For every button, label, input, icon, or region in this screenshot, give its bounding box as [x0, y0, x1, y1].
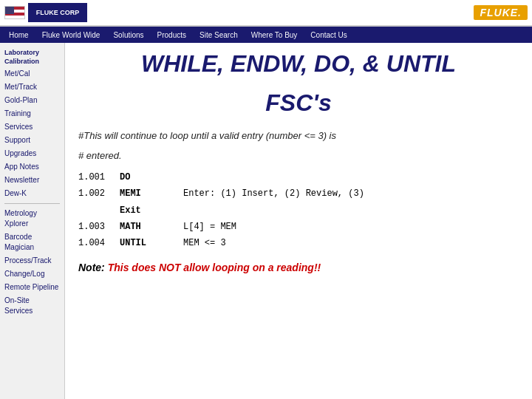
description-line2: # entered.	[78, 150, 519, 161]
sidebar-item-support[interactable]: Support	[0, 134, 64, 147]
sidebar-divider	[4, 203, 60, 204]
sidebar-item-metxplorer[interactable]: Metrology Xplorer	[0, 207, 64, 231]
code-num-2: 1.002	[78, 186, 108, 201]
code-row-4: 1.004 UNTIL MEM <= 3	[78, 236, 519, 250]
sidebar-item-barcode[interactable]: Barcode Magician	[0, 231, 64, 254]
sidebar-item-goldplan[interactable]: Gold-Plan	[0, 94, 64, 107]
nav-item-products[interactable]: Products	[151, 30, 192, 41]
page-title-line2: FSC's	[78, 89, 519, 117]
code-row-1: 1.001 DO	[78, 170, 519, 185]
nav-item-solutions[interactable]: Solutions	[107, 30, 149, 41]
main-layout: Laboratory Calibration Met/Cal Met/Track…	[0, 43, 532, 399]
sidebar-item-services[interactable]: Services	[0, 120, 64, 134]
note: Note: This does NOT allow looping on a r…	[78, 262, 519, 273]
code-cmd-2b: Exit	[120, 203, 171, 218]
code-detail-2: Enter: (1) Insert, (2) Review, (3)	[183, 186, 519, 201]
code-cmd-2: MEMI	[120, 186, 171, 201]
sidebar-item-mettrack[interactable]: Met/Track	[0, 81, 64, 94]
code-block: 1.001 DO 1.002 MEMI Enter: (1) Insert, (…	[78, 170, 519, 251]
code-cmd-4: UNTIL	[120, 236, 171, 250]
note-body: This does NOT allow looping on a reading…	[108, 262, 321, 273]
sidebar-item-training[interactable]: Training	[0, 107, 64, 120]
sidebar-item-changelog[interactable]: Change/Log	[0, 267, 64, 281]
nav-item-home[interactable]: Home	[3, 30, 35, 41]
top-header: FLUKE CORP FLUKE.	[0, 0, 532, 27]
nav-bar: HomeFluke World WideSolutionsProductsSit…	[0, 27, 532, 43]
sidebar: Laboratory Calibration Met/Cal Met/Track…	[0, 43, 65, 399]
nav-item-where-to-buy[interactable]: Where To Buy	[245, 30, 304, 41]
logo-area: FLUKE CORP	[4, 3, 87, 22]
code-row-2b: Exit	[78, 203, 519, 218]
sidebar-item-newsletter[interactable]: Newsletter	[0, 174, 64, 187]
page-title-line1: WHILE, ENDW, DO, & UNTIL	[78, 50, 519, 78]
code-detail-4: MEM <= 3	[183, 236, 519, 250]
code-num-3: 1.003	[78, 219, 108, 234]
sidebar-item-remotepipeline[interactable]: Remote Pipeline	[0, 281, 64, 294]
code-num-1: 1.001	[78, 170, 108, 185]
sidebar-item-processtrack[interactable]: Process/Track	[0, 254, 64, 267]
code-detail-3: L[4] = MEM	[183, 219, 519, 234]
nav-item-fluke-world-wide[interactable]: Fluke World Wide	[36, 30, 106, 41]
code-detail-1	[183, 170, 519, 185]
code-num-2b	[78, 203, 108, 218]
code-detail-2b	[183, 203, 519, 218]
sidebar-item-dewk[interactable]: Dew-K	[0, 187, 64, 200]
note-label: Note:	[78, 262, 108, 273]
code-num-4: 1.004	[78, 236, 108, 250]
sidebar-section-title: Laboratory Calibration	[0, 46, 64, 67]
code-cmd-1: DO	[120, 170, 171, 185]
sidebar-item-upgrades[interactable]: Upgrades	[0, 147, 64, 160]
nav-item-contact-us[interactable]: Contact Us	[304, 30, 352, 41]
code-row-2: 1.002 MEMI Enter: (1) Insert, (2) Review…	[78, 186, 519, 201]
nav-item-site-search[interactable]: Site Search	[194, 30, 244, 41]
sidebar-item-metcal[interactable]: Met/Cal	[0, 67, 64, 81]
flag-icon	[4, 6, 25, 19]
content-area: WHILE, ENDW, DO, & UNTIL FSC's #This wil…	[65, 43, 532, 399]
fluke-logo: FLUKE.	[474, 5, 528, 20]
sidebar-item-appnotes[interactable]: App Notes	[0, 160, 64, 174]
code-cmd-3: MATH	[120, 219, 171, 234]
company-logo: FLUKE CORP	[28, 3, 87, 22]
description-line1: #This will continue to loop until a vali…	[78, 130, 519, 141]
sidebar-item-onsite[interactable]: On-Site Services	[0, 294, 64, 318]
code-row-3: 1.003 MATH L[4] = MEM	[78, 219, 519, 234]
